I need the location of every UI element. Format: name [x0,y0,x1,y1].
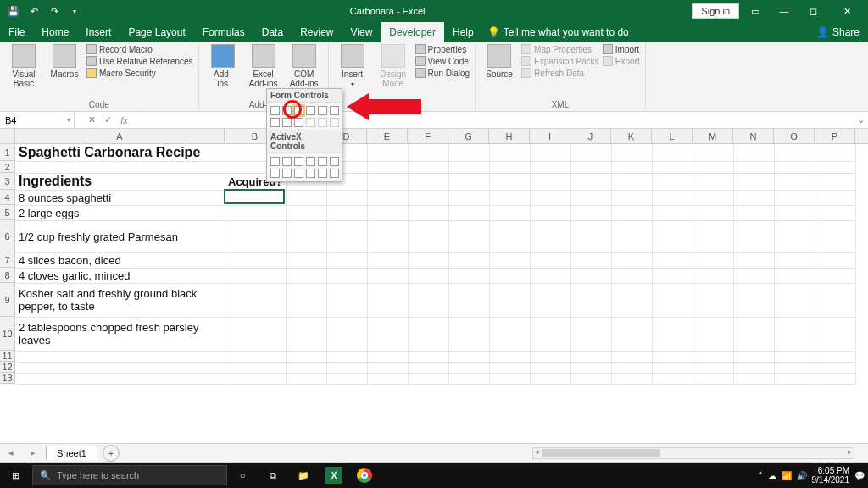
ax-image-icon[interactable] [306,169,315,178]
tab-help[interactable]: Help [444,22,482,42]
row-header-3[interactable]: 3 [0,173,14,190]
form-spinbutton-icon[interactable] [306,106,315,115]
scroll-left-icon[interactable]: ◂ [535,447,539,456]
tray-chevron-icon[interactable]: ˄ [759,471,763,480]
row-header-11[interactable]: 11 [0,351,14,362]
tab-developer[interactable]: Developer [381,22,444,42]
form-listbox-icon[interactable] [318,106,327,115]
map-properties-button[interactable]: Map Properties [521,44,599,54]
col-header-F[interactable]: F [408,129,448,143]
undo-icon[interactable]: ↶ [25,3,42,19]
notifications-icon[interactable]: 💬 [854,471,865,480]
network-icon[interactable]: 📶 [782,471,792,480]
col-header-M[interactable]: M [693,129,733,143]
tab-review[interactable]: Review [292,22,342,42]
ax-scrollbar-icon[interactable] [330,157,339,166]
design-mode-button[interactable]: Design Mode [375,44,412,88]
insert-controls-button[interactable]: Insert▾ [334,44,371,88]
tab-page-layout[interactable]: Page Layout [120,22,193,42]
ax-morecontrols-icon[interactable] [330,169,339,178]
row-header-8[interactable]: 8 [0,268,14,283]
col-header-L[interactable]: L [652,129,693,143]
fx-icon[interactable]: fx [120,115,128,125]
cortana-icon[interactable]: ○ [227,463,258,488]
import-button[interactable]: Import [603,44,640,54]
source-button[interactable]: Source [481,44,518,79]
ax-checkbox-icon[interactable] [294,157,303,166]
sheet-nav[interactable]: ◂▸ [0,447,44,458]
properties-button[interactable]: Properties [415,44,470,54]
row-header-2[interactable]: 2 [0,161,14,173]
row-header-10[interactable]: 10 [0,317,14,351]
cell[interactable]: Kosher salt and freshly ground black pep… [15,283,225,317]
expand-formula-bar-icon[interactable]: ⌄ [853,114,868,125]
column-headers[interactable]: ABCDEFGHIJKLMNOP [15,129,868,144]
form-optionbutton-icon[interactable] [330,106,339,115]
scroll-right-icon[interactable]: ▸ [848,447,852,456]
cell[interactable]: 2 large eggs [15,205,225,220]
ax-togglebutton-icon[interactable] [318,169,327,178]
row-header-1[interactable]: 1 [0,144,14,161]
record-macro-button[interactable]: Record Macro [86,44,193,54]
export-button[interactable]: Export [603,56,640,66]
tab-home[interactable]: Home [33,22,77,42]
chrome-taskbar-icon[interactable] [349,463,380,488]
form-button-icon[interactable] [270,106,280,115]
cell[interactable]: 1/2 cup freshly grated Parmesan [15,220,225,252]
start-button[interactable]: ⊞ [0,463,31,488]
row-header-5[interactable]: 5 [0,205,14,220]
cell[interactable]: 2 tablespoons chopped fresh parsley leav… [15,317,225,351]
qat-customize-icon[interactable]: ▾ [66,3,83,19]
cell[interactable]: Spaghetti Carbonara Recipe [15,144,270,161]
col-header-O[interactable]: O [774,129,815,143]
sheet-next-icon[interactable]: ▸ [31,447,36,458]
macros-button[interactable]: Macros [46,44,83,79]
tab-formulas[interactable]: Formulas [194,22,253,42]
col-header-E[interactable]: E [367,129,408,143]
col-header-H[interactable]: H [489,129,530,143]
form-groupbox-icon[interactable] [270,118,280,127]
ribbon-options-icon[interactable]: ▭ [743,2,768,20]
cell[interactable]: 4 slices bacon, diced [15,252,225,268]
tab-file[interactable]: File [0,22,33,42]
row-header-6[interactable]: 6 [0,220,14,252]
tab-view[interactable]: View [342,22,381,42]
visual-basic-button[interactable]: Visual Basic [5,44,42,88]
col-header-P[interactable]: P [815,129,855,143]
row-header-9[interactable]: 9 [0,283,14,317]
tab-data[interactable]: Data [253,22,292,42]
chevron-down-icon[interactable]: ▾ [67,116,70,124]
row-header-7[interactable]: 7 [0,252,14,268]
ax-textbox-icon[interactable] [318,157,327,166]
col-header-K[interactable]: K [611,129,652,143]
tell-me[interactable]: 💡Tell me what you want to do [482,22,629,42]
ax-commandbutton-icon[interactable] [270,157,280,166]
name-box[interactable]: B4▾ [0,112,75,128]
excel-addins-button[interactable]: Excel Add-ins [245,44,282,88]
taskbar-search[interactable]: 🔍Type here to search [32,465,227,485]
select-all-corner[interactable] [0,129,15,144]
minimize-icon[interactable]: — [771,2,797,20]
share-button[interactable]: 👤Share [808,22,868,42]
expansion-packs-button[interactable]: Expansion Packs [521,56,599,66]
task-view-icon[interactable]: ⧉ [258,463,288,488]
sign-in-button[interactable]: Sign in [692,3,739,19]
row-headers[interactable]: 12345678910111213 [0,144,15,384]
col-header-I[interactable]: I [530,129,570,143]
row-header-4[interactable]: 4 [0,190,14,205]
cancel-formula-icon[interactable]: ✕ [88,114,96,125]
macro-security-button[interactable]: Macro Security [86,68,193,78]
col-header-J[interactable]: J [570,129,611,143]
tab-insert[interactable]: Insert [77,22,120,42]
maximize-icon[interactable]: ◻ [800,2,826,20]
ax-label-icon[interactable] [294,169,303,178]
view-code-button[interactable]: View Code [415,56,470,66]
row-header-13[interactable]: 13 [0,373,14,384]
relative-refs-button[interactable]: Use Relative References [86,56,193,66]
volume-icon[interactable]: 🔊 [797,471,807,480]
col-header-G[interactable]: G [448,129,489,143]
spreadsheet-grid[interactable]: ABCDEFGHIJKLMNOP 12345678910111213 Spagh… [0,129,868,444]
form-scrollbar-icon[interactable] [294,118,303,127]
col-header-A[interactable]: A [15,129,225,143]
addins-button[interactable]: Add- ins [204,44,242,88]
